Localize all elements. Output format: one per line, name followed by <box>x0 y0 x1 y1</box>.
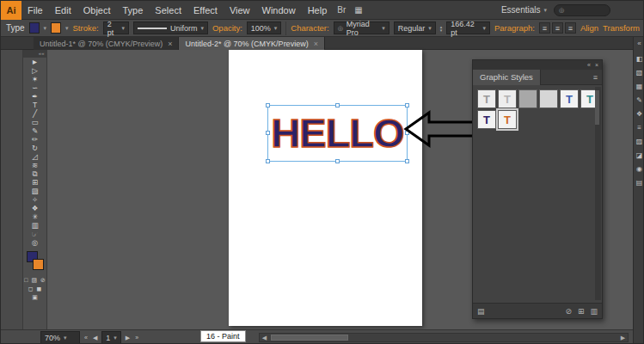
graphic-style-light[interactable] <box>539 89 558 108</box>
style-libraries-icon[interactable]: ▤ <box>477 307 485 316</box>
chevron-down-icon[interactable]: ▾ <box>64 335 67 341</box>
symbol-sprayer-tool[interactable]: ✳ <box>24 212 46 221</box>
layers-panel-icon[interactable]: ▤ <box>636 175 643 189</box>
menu-window[interactable]: Window <box>256 1 302 20</box>
align-right-icon[interactable]: ≡ <box>565 22 576 34</box>
paragraph-label[interactable]: Paragraph: <box>494 23 535 33</box>
selection-handle[interactable] <box>266 103 270 108</box>
prev-artboard-icon[interactable]: ◀ <box>92 335 98 341</box>
search-box[interactable]: ◎ <box>554 4 610 16</box>
scroll-right-icon[interactable]: ▶ <box>618 335 628 341</box>
chevron-down-icon[interactable]: ▾ <box>428 25 432 32</box>
appearance-panel-icon[interactable]: ◉ <box>636 162 642 175</box>
transparency-panel-icon[interactable]: ◪ <box>636 148 643 162</box>
menu-effect[interactable]: Effect <box>187 1 224 20</box>
stroke-weight-field[interactable]: 2 pt ▾ <box>103 22 129 34</box>
rotate-tool[interactable]: ↻ <box>24 144 46 152</box>
pen-tool[interactable]: ✒ <box>24 92 46 101</box>
draw-normal-icon[interactable]: ◻ <box>27 285 35 293</box>
menu-select[interactable]: Select <box>149 1 187 20</box>
stroke-label[interactable]: Stroke: <box>73 23 99 33</box>
panel-menu-icon[interactable]: ≡ <box>593 73 602 82</box>
workspace-switcher[interactable]: Essentials ▾ <box>501 5 547 15</box>
pencil-tool[interactable]: ✏ <box>24 135 46 144</box>
color-mode-icon[interactable]: □ <box>22 276 29 285</box>
column-graph-tool[interactable]: ▥ <box>24 221 46 230</box>
selection-handle[interactable] <box>266 159 270 163</box>
lasso-tool[interactable]: ∽ <box>24 83 46 92</box>
hand-tool[interactable]: ☞ <box>24 230 46 238</box>
graphic-style-outline[interactable]: T <box>498 89 517 108</box>
bridge-icon[interactable]: Br <box>333 5 350 15</box>
magic-wand-tool[interactable]: ✶ <box>24 75 46 83</box>
zoom-dropdown[interactable]: 70% ▾ <box>40 331 80 344</box>
character-label[interactable]: Character: <box>291 23 328 33</box>
tab-untitled-1[interactable]: Untitled-1* @ 70% (CMYK/Preview) × <box>34 37 179 50</box>
stroke-chevron-icon[interactable]: ▾ <box>65 25 69 32</box>
delete-graphic-style-icon[interactable]: ▥ <box>590 307 598 316</box>
chevron-down-icon[interactable]: ▾ <box>274 25 278 32</box>
align-left-icon[interactable]: ≡ <box>539 22 550 34</box>
font-style-dropdown[interactable]: Regular ▾ <box>394 22 436 34</box>
break-link-icon[interactable]: ⊘ <box>565 307 572 316</box>
blend-tool[interactable]: ❖ <box>24 204 46 212</box>
brushes-panel-icon[interactable]: ✎ <box>636 93 642 107</box>
color-guide-panel-icon[interactable]: ▧ <box>636 65 643 79</box>
selection-tool[interactable]: ► <box>24 58 46 66</box>
graphic-style-scribble[interactable]: T <box>477 89 496 108</box>
graphic-style-blue[interactable]: T <box>560 89 579 108</box>
fill-chevron-icon[interactable]: ▾ <box>44 25 47 32</box>
line-segment-tool[interactable]: ╱ <box>24 109 46 118</box>
first-artboard-icon[interactable]: « <box>83 335 89 341</box>
selection-handle[interactable] <box>405 159 409 163</box>
menu-edit[interactable]: Edit <box>49 1 77 20</box>
search-input[interactable] <box>567 6 604 15</box>
panel-scrollbar[interactable] <box>595 87 601 300</box>
font-size-field[interactable]: 166.42 pt ▾ <box>446 22 490 34</box>
scrollbar-thumb[interactable] <box>271 335 348 341</box>
menu-type[interactable]: Type <box>117 1 150 20</box>
font-family-field[interactable]: ◎ Myriad Pro ▾ <box>334 22 389 34</box>
arrange-documents-icon[interactable]: ▦ <box>350 5 366 15</box>
gradient-panel-icon[interactable]: ▨ <box>636 134 643 148</box>
font-size-stepper[interactable]: ▴ ▾ <box>440 25 443 32</box>
horizontal-scrollbar[interactable]: ◀ ▶ <box>259 333 629 342</box>
stroke-swatch[interactable] <box>51 22 61 34</box>
scale-tool[interactable]: ◿ <box>24 152 46 161</box>
graphic-style-navy[interactable]: T <box>477 110 496 129</box>
menu-help[interactable]: Help <box>302 1 334 20</box>
scroll-left-icon[interactable]: ◀ <box>260 335 269 341</box>
align-center-icon[interactable]: ≡ <box>552 22 563 34</box>
selection-bounding-box[interactable] <box>267 105 408 162</box>
selection-handle[interactable] <box>335 103 340 108</box>
menu-file[interactable]: File <box>21 1 49 20</box>
rectangle-tool[interactable]: ▭ <box>24 118 46 126</box>
none-mode-icon[interactable]: ⊘ <box>39 276 47 285</box>
next-artboard-icon[interactable]: ▶ <box>125 335 131 341</box>
artboard[interactable] <box>229 50 422 326</box>
chevron-down-icon[interactable]: ▾ <box>121 25 125 32</box>
paintbrush-tool[interactable]: ✎ <box>24 126 46 135</box>
width-tool[interactable]: ≋ <box>24 161 46 169</box>
close-icon[interactable]: × <box>314 40 318 48</box>
screen-mode-icon[interactable]: ▣ <box>30 293 40 302</box>
zoom-tool[interactable]: ◎ <box>24 238 46 247</box>
gradient-mode-icon[interactable]: ▨ <box>29 276 39 285</box>
symbols-panel-icon[interactable]: ❖ <box>636 107 642 120</box>
expand-panels-icon[interactable]: « <box>637 37 641 52</box>
draw-behind-icon[interactable]: ◼ <box>35 285 44 293</box>
transform-panel-link[interactable]: Transform <box>603 23 640 33</box>
close-icon[interactable]: × <box>168 40 172 48</box>
collapse-icon[interactable]: « <box>587 60 591 70</box>
stroke-color-swatch[interactable] <box>33 259 44 270</box>
stepper-down-icon[interactable]: ▾ <box>440 28 443 32</box>
stroke-panel-icon[interactable]: ≡ <box>637 120 641 134</box>
selection-handle[interactable] <box>266 131 270 135</box>
graphic-style-gray[interactable] <box>518 89 537 108</box>
eyedropper-tool[interactable]: ✧ <box>24 195 46 204</box>
chevron-down-icon[interactable]: ▾ <box>382 25 385 32</box>
mesh-tool[interactable]: ⊞ <box>24 178 46 187</box>
selection-handle[interactable] <box>335 159 340 163</box>
tab-untitled-2[interactable]: Untitled-2* @ 70% (CMYK/Preview) × <box>179 37 324 50</box>
color-panel-icon[interactable]: ◧ <box>636 52 643 65</box>
